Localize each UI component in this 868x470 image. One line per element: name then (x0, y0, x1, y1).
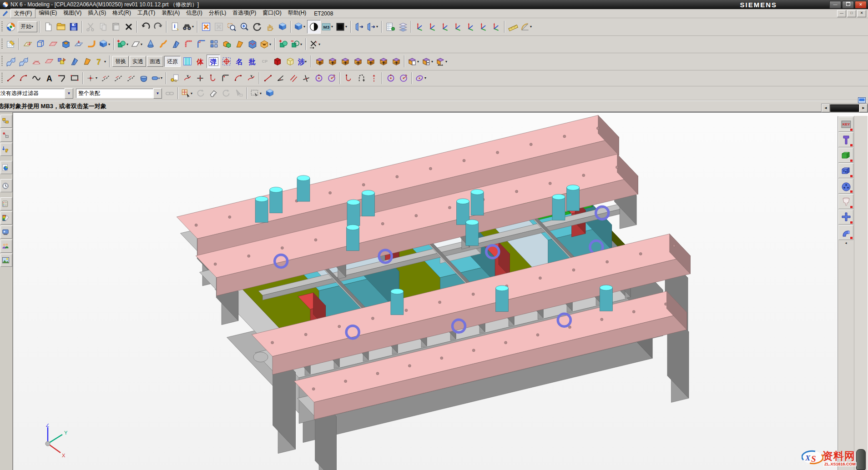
offset-curve-button[interactable] (99, 72, 112, 85)
delete-button[interactable] (122, 20, 135, 33)
wcs-orient-button[interactable] (439, 20, 452, 33)
studio-spline-button[interactable] (30, 72, 43, 85)
library-part-bushing[interactable] (838, 194, 853, 209)
child-close-button[interactable]: ✕ (857, 10, 866, 17)
menu-item-4[interactable]: 格式(R) (109, 9, 134, 18)
zoom-box-button[interactable] (225, 20, 238, 33)
move-face-button[interactable] (277, 38, 290, 50)
rectangle-select-button[interactable]: ▾ (249, 87, 263, 100)
offset-surface-button[interactable] (68, 55, 81, 68)
graphics-viewport[interactable]: ZYX KEY ◂ (13, 112, 868, 470)
zoom-in-out-button[interactable] (238, 20, 251, 33)
replace-button[interactable]: 替换 (112, 56, 129, 67)
layer-settings-button[interactable] (384, 20, 397, 33)
bounded-surface-button[interactable] (56, 55, 68, 68)
library-part-cross-pin[interactable] (838, 210, 853, 225)
menu-item-5[interactable]: 工具(T) (134, 9, 158, 18)
background-color-button[interactable]: ▾ (335, 20, 349, 33)
new-file-button[interactable] (42, 20, 55, 33)
hole-button[interactable] (60, 38, 72, 50)
spring-tool-button[interactable]: 弹 (207, 55, 220, 68)
rollback-button[interactable] (194, 87, 207, 100)
copy-button[interactable] (97, 20, 110, 33)
batch-tool-button[interactable]: 批 (246, 55, 258, 68)
parallel-line-button[interactable] (287, 72, 300, 85)
line-button[interactable] (5, 72, 17, 85)
ruled-surface-button[interactable] (5, 55, 17, 68)
scroll-right-icon[interactable]: ► (859, 104, 868, 112)
revolve-button[interactable] (47, 38, 60, 50)
trimmed-sheet-button[interactable] (81, 55, 94, 68)
snap-settings-button[interactable] (490, 20, 503, 33)
perpendicular-line-button[interactable] (300, 72, 313, 85)
datum-plane-button[interactable] (21, 38, 34, 50)
wcs-origin-button[interactable] (426, 20, 439, 33)
concentric-circle-button[interactable] (325, 72, 338, 85)
face-display-button[interactable] (181, 55, 194, 68)
horizontal-scrollbar[interactable]: ◄ ► (821, 104, 868, 113)
vertical-scrollbar[interactable] (854, 116, 868, 470)
boolean-unite-button[interactable]: ▾ (116, 38, 130, 50)
projected-curve-button[interactable] (112, 72, 125, 85)
menu-item-7[interactable]: 信息(I) (183, 9, 205, 18)
snap-point-button[interactable]: ▾ (180, 87, 194, 100)
profile-button[interactable] (56, 72, 68, 85)
cut-button[interactable] (84, 20, 97, 33)
corner-curve-button[interactable] (219, 72, 232, 85)
circle-point-button[interactable] (313, 72, 325, 85)
sketch-button[interactable] (5, 38, 17, 50)
save-button[interactable] (67, 20, 80, 33)
body-select-button[interactable]: 体 (194, 55, 207, 68)
pattern-component-button[interactable]: ▾ (407, 55, 421, 68)
fit-view-button[interactable] (200, 20, 212, 33)
paste-button[interactable] (110, 20, 122, 33)
assembly-dimension-button[interactable]: ▾ (435, 55, 449, 68)
selection-scope-combo[interactable]: 整个装配 ▼ (76, 88, 162, 99)
orient-view-button[interactable]: ▾ (293, 20, 307, 33)
child-restore-button[interactable]: □ (847, 10, 856, 17)
close-button[interactable]: ✕ (855, 1, 867, 9)
extend-curve-button[interactable] (368, 72, 380, 85)
menu-item-9[interactable]: 首选项(P) (229, 9, 259, 18)
measure-distance-button[interactable] (507, 20, 520, 33)
bridge-curve-button[interactable] (137, 72, 150, 85)
through-curve-mesh-button[interactable] (30, 55, 43, 68)
text-curve-button[interactable]: A (43, 72, 56, 85)
draft-button[interactable]: ▾ (259, 38, 273, 50)
pattern-feature-button[interactable] (208, 38, 221, 50)
arc-hook-button[interactable] (342, 72, 355, 85)
child-minimize-button[interactable]: — (837, 10, 846, 17)
full-circle-button[interactable] (384, 72, 397, 85)
point-constructor-button[interactable] (464, 20, 477, 33)
join-curve-button[interactable] (232, 72, 245, 85)
trim-body-button[interactable] (233, 38, 246, 50)
u-curve-button[interactable] (355, 72, 368, 85)
assembly-drag-button[interactable] (339, 55, 352, 68)
interference-solid-button[interactable] (271, 55, 284, 68)
toolbar-drag-handle[interactable] (1, 39, 4, 50)
nx-logo-icon[interactable] (5, 20, 17, 33)
selection-scope-dropdown-icon[interactable]: ▼ (153, 88, 162, 99)
drag-handle-button[interactable] (232, 87, 245, 100)
edit-curve-button[interactable] (245, 72, 257, 85)
pan-view-button[interactable] (263, 20, 276, 33)
assembly-move-component-button[interactable] (313, 55, 326, 68)
fillet-curve-button[interactable] (207, 72, 219, 85)
mirror-assembly-button[interactable]: ▾ (421, 55, 435, 68)
partial-circle-button[interactable] (397, 72, 410, 85)
assembly-constraints-button[interactable] (326, 55, 339, 68)
ellipse-button[interactable]: ▾ (414, 72, 428, 85)
copy-position-button[interactable]: CP (258, 55, 271, 68)
select-tool-button[interactable] (477, 20, 490, 33)
arc-button[interactable] (17, 72, 30, 85)
menu-item-6[interactable]: 装配(A) (158, 9, 183, 18)
library-part-elbow[interactable] (838, 225, 853, 240)
tube-button[interactable]: ▾ (150, 72, 164, 85)
emboss-button[interactable] (72, 38, 85, 50)
library-part-block-with-holes[interactable] (838, 163, 853, 178)
shaded-view-button[interactable] (276, 20, 289, 33)
start-menu-button[interactable]: 开始▾ (18, 21, 37, 32)
open-file-button[interactable] (55, 20, 67, 33)
m3-view-button[interactable]: M3▾ (321, 20, 335, 33)
toolbar-drag-handle[interactable] (1, 73, 4, 84)
